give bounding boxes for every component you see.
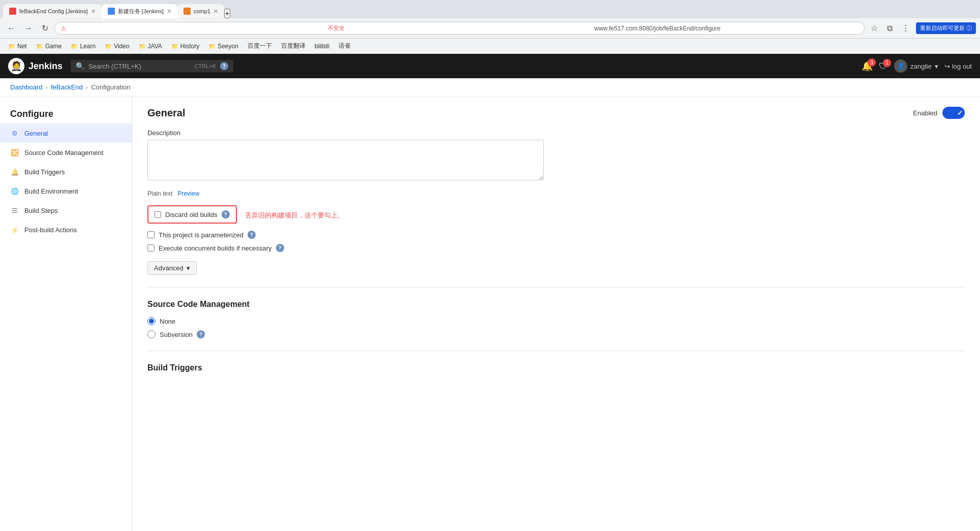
scm-subversion-label: Subversion — [160, 331, 193, 338]
sidebar-item-general[interactable]: ⚙ General — [0, 123, 132, 143]
advanced-chevron-icon: ▾ — [187, 264, 190, 272]
build-environment-icon: 🌐 — [10, 186, 19, 196]
scm-none-radio[interactable] — [147, 317, 156, 325]
jenkins-logo-text: Jenkins — [28, 61, 63, 72]
configure-title: Configure — [0, 101, 132, 123]
browser-chrome: feBackEnd Config [Jenkins] ✕ 新建任务 [Jenki… — [0, 0, 980, 54]
bm-net[interactable]: Net — [4, 42, 31, 51]
bm-game[interactable]: Game — [32, 42, 66, 51]
section-divider-2 — [147, 351, 965, 351]
forward-button[interactable]: → — [21, 22, 36, 35]
sidebar-item-build-triggers[interactable]: 🔔 Build Triggers — [0, 162, 132, 181]
security-label: 不安全 — [328, 24, 592, 32]
bookmark-bar: Net Game Learn Video JAVA History Seeyon… — [0, 39, 980, 54]
parameterized-row: This project is parameterized ? — [147, 231, 965, 239]
sidebar-general-label: General — [24, 130, 48, 137]
bm-learn[interactable]: Learn — [67, 42, 100, 51]
none-radio-row: None — [147, 317, 965, 325]
search-input[interactable] — [88, 63, 191, 70]
description-group: Description — [147, 129, 965, 182]
browser-toolbar: ← → ↻ ⚠ 不安全 www.fe517.com:8080/job/feBac… — [0, 18, 980, 39]
browser-tab-3[interactable]: comp1 ✕ — [177, 4, 224, 18]
back-button[interactable]: ← — [4, 22, 18, 35]
post-build-icon: ⚡ — [10, 225, 19, 234]
discard-builds-checkbox[interactable] — [155, 211, 161, 218]
scm-none-label: None — [160, 318, 175, 325]
concurrent-label: Execute concurrent builds if necessary — [159, 244, 272, 252]
bm-translate[interactable]: 百度翻译 — [277, 41, 310, 51]
build-steps-icon: ☰ — [10, 206, 19, 215]
shield-button[interactable]: 🛡 1 — [879, 61, 888, 72]
tab-close-1[interactable]: ✕ — [91, 8, 96, 15]
sidebar-item-build-environment[interactable]: 🌐 Build Environment — [0, 181, 132, 201]
new-tab-button[interactable]: + — [224, 9, 230, 18]
tab-close-3[interactable]: ✕ — [213, 8, 218, 15]
tab-favicon-1 — [9, 8, 16, 15]
breadcrumb-sep-1: › — [46, 83, 48, 91]
sidebar-steps-label: Build Steps — [24, 207, 58, 214]
discard-builds-help[interactable]: ? — [222, 210, 230, 218]
bm-video[interactable]: Video — [101, 42, 133, 51]
subversion-help[interactable]: ? — [197, 330, 205, 338]
sidebar-triggers-label: Build Triggers — [24, 168, 65, 176]
breadcrumb-febackend[interactable]: feBackEnd — [51, 83, 83, 91]
user-menu[interactable]: 👤 zangtie ▾ — [894, 59, 938, 73]
concurrent-help[interactable]: ? — [276, 244, 284, 252]
logout-icon: ↪ — [944, 63, 950, 70]
security-icon: ⚠ — [61, 25, 325, 32]
jenkins-search-box[interactable]: 🔍 CTRL+K ? — [71, 60, 233, 72]
main-layout: Configure ⚙ General 🔀 Source Code Manage… — [0, 97, 980, 531]
address-text: www.fe517.com:8080/job/feBackEnd/configu… — [594, 25, 858, 32]
concurrent-builds-row: Execute concurrent builds if necessary ? — [147, 244, 965, 252]
discard-builds-row: Discard old builds ? 丢弃旧的构建项目，这个要勾上。 — [147, 205, 965, 226]
parameterized-checkbox[interactable] — [147, 231, 155, 238]
bm-yuque[interactable]: 语雀 — [334, 41, 355, 51]
user-dropdown-icon: ▾ — [935, 63, 938, 70]
preview-link[interactable]: Preview — [177, 190, 199, 197]
refresh-button[interactable]: ↻ — [39, 21, 51, 35]
sidebar-item-post-build[interactable]: ⚡ Post-build Actions — [0, 220, 132, 239]
enabled-row: Enabled — [913, 107, 965, 119]
breadcrumb: Dashboard › feBackEnd › Configuration — [0, 78, 980, 97]
notif-count: 3 — [868, 58, 876, 67]
notifications-button[interactable]: 🔔 3 — [862, 60, 873, 72]
jenkins-logo-icon: 🤵 — [8, 58, 24, 74]
bm-seeyon[interactable]: Seeyon — [204, 42, 242, 51]
bm-baidu[interactable]: 百度一下 — [243, 41, 276, 51]
browser-tab-2[interactable]: 新建任务 [Jenkins] ✕ — [102, 4, 177, 18]
tab-label-3: comp1 — [194, 8, 210, 14]
sidebar-postbuild-label: Post-build Actions — [24, 226, 77, 234]
address-bar[interactable]: ⚠ 不安全 www.fe517.com:8080/job/feBackEnd/c… — [54, 22, 865, 35]
general-section-header: General Enabled — [147, 107, 965, 119]
advanced-label: Advanced — [154, 264, 183, 272]
bm-java[interactable]: JAVA — [135, 42, 166, 51]
advanced-button[interactable]: Advanced ▾ — [147, 261, 197, 275]
scm-subversion-radio[interactable] — [147, 330, 156, 338]
bm-history[interactable]: History — [167, 42, 203, 51]
description-textarea[interactable] — [147, 140, 544, 180]
breadcrumb-dashboard[interactable]: Dashboard — [10, 83, 43, 91]
text-format-row: Plain text Preview — [147, 190, 965, 197]
username-label: zangtie — [910, 63, 932, 70]
plain-text-label: Plain text — [147, 190, 172, 197]
enabled-toggle[interactable] — [942, 107, 965, 119]
search-shortcut: CTRL+K — [195, 63, 217, 69]
discard-builds-note: 丢弃旧的构建项目，这个要勾上。 — [245, 211, 344, 220]
jenkins-logo[interactable]: 🤵 Jenkins — [8, 58, 63, 74]
logout-button[interactable]: ↪ log out — [944, 63, 972, 70]
sidebar-item-build-steps[interactable]: ☰ Build Steps — [0, 201, 132, 220]
tab-close-2[interactable]: ✕ — [167, 8, 171, 15]
sidebar-item-source-code[interactable]: 🔀 Source Code Management — [0, 143, 132, 162]
extensions-button[interactable]: ⧉ — [884, 22, 896, 35]
bm-bilibili[interactable]: bilibili — [311, 42, 333, 51]
discard-builds-label: Discard old builds — [165, 211, 218, 218]
browser-tab-1[interactable]: feBackEnd Config [Jenkins] ✕ — [3, 4, 102, 18]
update-button[interactable]: 重新启动即可更新 ⓘ — [916, 22, 976, 34]
subversion-radio-row: Subversion ? — [147, 330, 965, 338]
breadcrumb-configuration: Configuration — [91, 83, 130, 91]
parameterized-help[interactable]: ? — [248, 231, 256, 239]
menu-button[interactable]: ⋮ — [899, 21, 913, 35]
bookmark-button[interactable]: ☆ — [868, 21, 881, 35]
concurrent-checkbox[interactable] — [147, 244, 155, 252]
search-help-icon[interactable]: ? — [220, 62, 228, 70]
